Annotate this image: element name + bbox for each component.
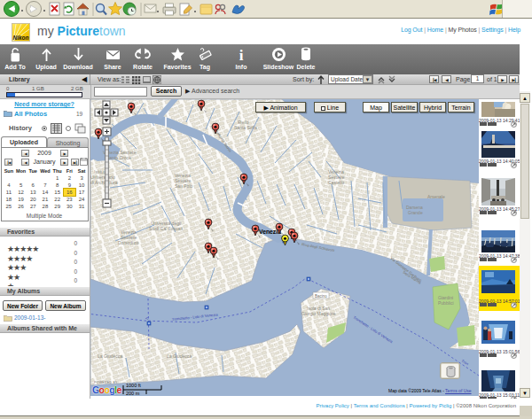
svg-text:La Giudecca: La Giudecca: [167, 353, 192, 359]
svg-text:Arsenale: Arsenale: [427, 194, 445, 199]
svg-text:San Polo: San Polo: [175, 183, 193, 189]
svg-text:Giorgio Maggiore: Giorgio Maggiore: [301, 311, 336, 316]
svg-text:i: i: [239, 47, 244, 62]
svg-text:Grande: Grande: [408, 210, 423, 215]
svg-text:Dorsoduro: Dorsoduro: [118, 240, 139, 245]
svg-text:Castello: Castello: [328, 180, 344, 185]
svg-text:Santa Sofia: Santa Sofia: [234, 125, 257, 130]
svg-text:La Giudecca: La Giudecca: [98, 353, 122, 359]
svg-text:200 m: 200 m: [126, 391, 140, 396]
svg-text:Studi Ca' Foscari: Studi Ca' Foscari: [149, 226, 183, 231]
svg-text:Pubblici: Pubblici: [438, 300, 454, 306]
svg-text:Bacino: Bacino: [315, 294, 327, 299]
svg-text:1000 ft: 1000 ft: [126, 383, 141, 388]
